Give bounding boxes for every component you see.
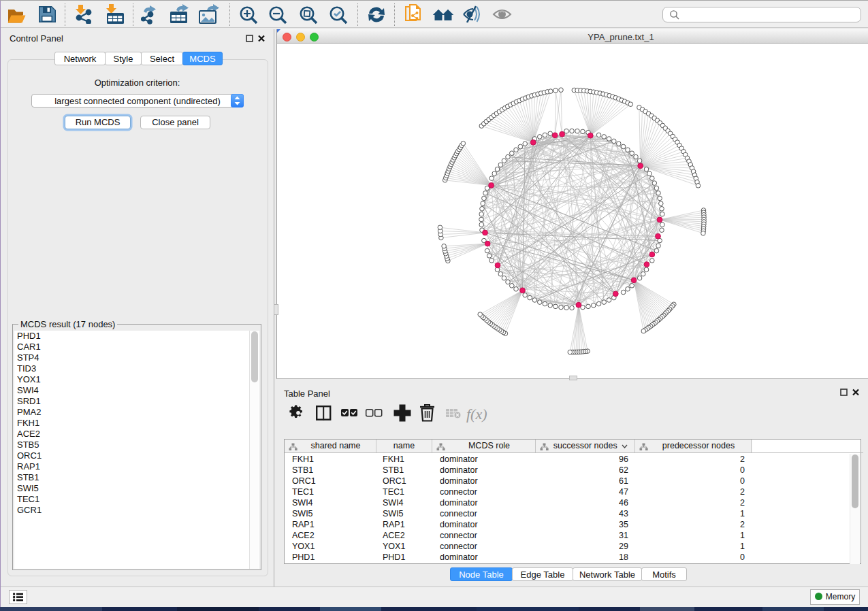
svg-text:f(x): f(x) xyxy=(466,406,487,423)
